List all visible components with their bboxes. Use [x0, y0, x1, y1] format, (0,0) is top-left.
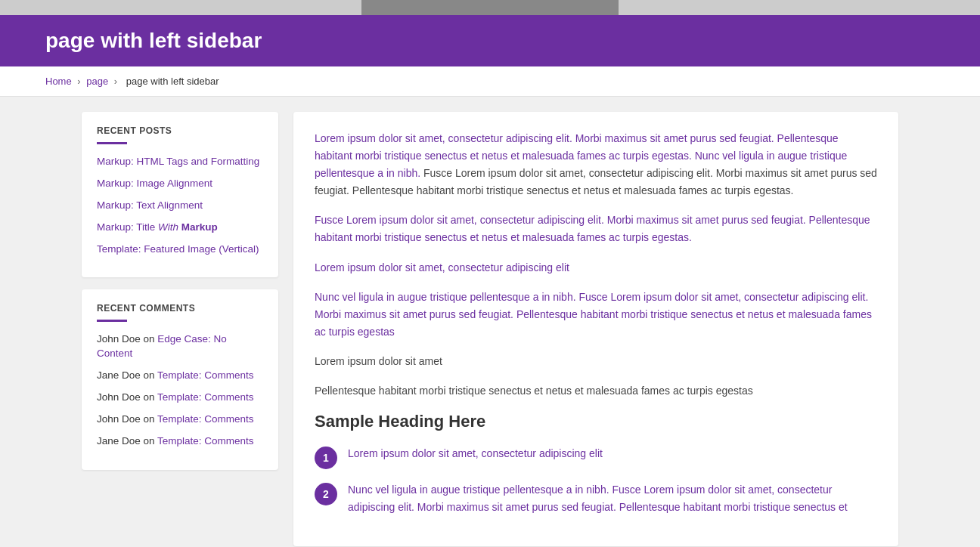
content-paragraph-2: Fusce Lorem ipsum dolor sit amet, consec…	[315, 212, 877, 246]
breadcrumb-sep-2: ›	[114, 76, 120, 87]
recent-comments-underline	[97, 320, 127, 322]
commenter-name: Jane Doe	[97, 369, 141, 381]
lorem-link-3[interactable]: Lorem ipsum dolor sit amet, consectetur …	[315, 261, 569, 274]
commenter-name: John Doe	[97, 413, 141, 425]
lorem-link-4[interactable]: Nunc vel ligula in augue tristique pelle…	[315, 291, 872, 338]
list-item: Template: Featured Image (Vertical)	[97, 243, 263, 257]
recent-post-link-4[interactable]: Markup: Title With Markup	[97, 221, 218, 233]
list-item: John Doe on Template: Comments	[97, 391, 263, 405]
list-item: Jane Doe on Template: Comments	[97, 434, 263, 449]
list-item: John Doe on Edge Case: No Content	[97, 332, 263, 361]
content-paragraph-4: Nunc vel ligula in augue tristique pelle…	[315, 289, 877, 341]
content-paragraph-3: Lorem ipsum dolor sit amet, consectetur …	[315, 259, 877, 277]
comment-link-2[interactable]: Template: Comments	[157, 369, 254, 381]
comment-link-3[interactable]: Template: Comments	[157, 391, 254, 403]
list-item: 2 Nunc vel ligula in augue tristique pel…	[315, 481, 877, 516]
recent-post-link-5[interactable]: Template: Featured Image (Vertical)	[97, 243, 259, 255]
recent-posts-widget: RECENT POSTS Markup: HTML Tags and Forma…	[82, 112, 278, 277]
recent-comments-title: RECENT COMMENTS	[97, 303, 263, 314]
breadcrumb-home[interactable]: Home	[45, 76, 72, 87]
recent-comments-widget: RECENT COMMENTS John Doe on Edge Case: N…	[82, 289, 278, 469]
comment-link-4[interactable]: Template: Comments	[157, 413, 254, 425]
list-item: Markup: Text Alignment	[97, 199, 263, 213]
sidebar: RECENT POSTS Markup: HTML Tags and Forma…	[82, 112, 278, 470]
breadcrumb-sep-1: ›	[77, 76, 83, 87]
lorem-link-1[interactable]: Lorem ipsum dolor sit amet, consectetur …	[315, 132, 847, 179]
list-link-1[interactable]: Lorem ipsum dolor sit amet, consectetur …	[348, 447, 603, 459]
list-link-2[interactable]: Nunc vel ligula in augue tristique pelle…	[348, 484, 848, 513]
numbered-list: 1 Lorem ipsum dolor sit amet, consectetu…	[315, 445, 877, 516]
list-text-2: Nunc vel ligula in augue tristique pelle…	[348, 481, 877, 516]
header-bar: page with left sidebar	[0, 15, 980, 66]
recent-post-link-1[interactable]: Markup: HTML Tags and Formatting	[97, 156, 259, 167]
list-item: 1 Lorem ipsum dolor sit amet, consectetu…	[315, 445, 877, 469]
recent-posts-title: RECENT POSTS	[97, 125, 263, 136]
commenter-name: Jane Doe	[97, 435, 141, 447]
number-badge-1: 1	[315, 447, 337, 469]
page-title: page with left sidebar	[45, 29, 935, 53]
top-image-area	[0, 0, 980, 15]
breadcrumb-page[interactable]: page	[86, 76, 108, 87]
content-paragraph-6: Pellentesque habitant morbi tristique se…	[315, 382, 877, 400]
list-item: Markup: Image Alignment	[97, 177, 263, 191]
commenter-name: John Doe	[97, 391, 141, 403]
sample-heading: Sample Heading Here	[315, 412, 877, 431]
list-text-1: Lorem ipsum dolor sit amet, consectetur …	[348, 445, 603, 462]
comment-link-5[interactable]: Template: Comments	[157, 435, 254, 447]
list-item: John Doe on Template: Comments	[97, 413, 263, 427]
breadcrumb: Home › page › page with left sidebar	[0, 66, 980, 97]
number-badge-2: 2	[315, 483, 337, 505]
recent-post-link-3[interactable]: Markup: Text Alignment	[97, 199, 203, 211]
content-paragraph-1: Lorem ipsum dolor sit amet, consectetur …	[315, 130, 877, 199]
list-item: Jane Doe on Template: Comments	[97, 369, 263, 383]
main-content: Lorem ipsum dolor sit amet, consectetur …	[293, 112, 898, 546]
commenter-name: John Doe	[97, 333, 141, 345]
top-image-center	[361, 0, 619, 15]
list-item: Markup: Title With Markup	[97, 221, 263, 235]
list-item: Markup: HTML Tags and Formatting	[97, 155, 263, 169]
recent-posts-list: Markup: HTML Tags and Formatting Markup:…	[97, 155, 263, 256]
lorem-link-2[interactable]: Fusce Lorem ipsum dolor sit amet, consec…	[315, 214, 870, 243]
content-paragraph-5: Lorem ipsum dolor sit amet	[315, 353, 877, 370]
breadcrumb-current: page with left sidebar	[126, 76, 219, 87]
recent-posts-underline	[97, 142, 127, 144]
main-wrapper: RECENT POSTS Markup: HTML Tags and Forma…	[36, 112, 944, 546]
recent-post-link-2[interactable]: Markup: Image Alignment	[97, 178, 212, 189]
